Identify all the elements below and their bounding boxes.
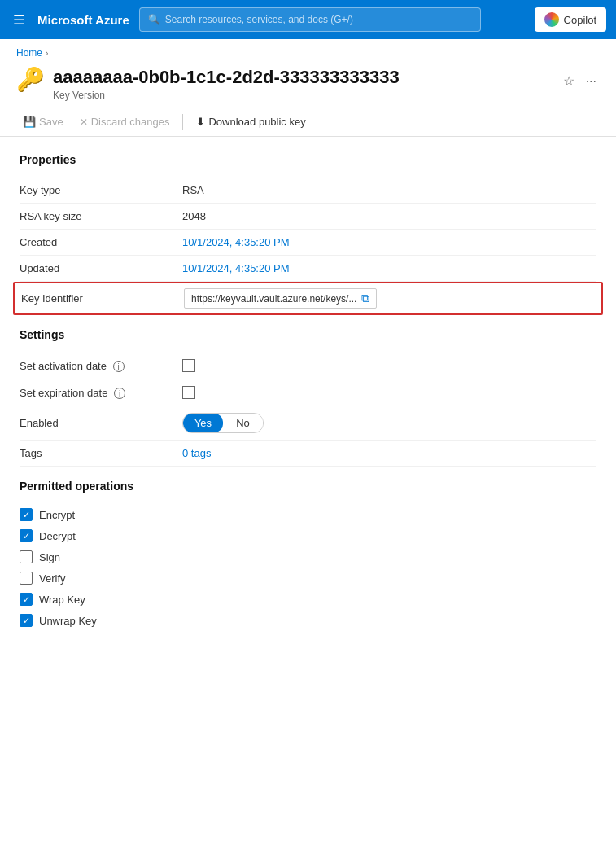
sign-checkbox[interactable]: [20, 550, 33, 563]
key-icon: 🔑: [16, 68, 45, 91]
operation-row-wrap-key: ✓ Wrap Key: [20, 589, 596, 610]
enabled-toggle[interactable]: Yes No: [182, 413, 264, 433]
updated-label: Updated: [20, 262, 182, 274]
prop-row-tags: Tags 0 tags: [20, 441, 596, 467]
operation-row-encrypt: ✓ Encrypt: [20, 504, 596, 525]
operation-row-decrypt: ✓ Decrypt: [20, 525, 596, 546]
copilot-icon: [544, 12, 559, 27]
top-nav: ☰ Microsoft Azure 🔍 Copilot: [0, 0, 616, 39]
azure-title: Microsoft Azure: [37, 13, 129, 27]
main-content: Properties Key type RSA RSA key size 204…: [0, 137, 616, 647]
more-icon: ···: [586, 74, 596, 88]
encrypt-label: Encrypt: [39, 509, 75, 521]
prop-row-key-type: Key type RSA: [20, 178, 596, 204]
enabled-no-option[interactable]: No: [223, 414, 263, 432]
key-type-label: Key type: [20, 184, 182, 196]
activation-date-label: Set activation date i: [20, 360, 182, 373]
tags-value[interactable]: 0 tags: [182, 447, 211, 459]
copy-icon[interactable]: ⧉: [361, 292, 369, 305]
encrypt-checkbox[interactable]: ✓: [20, 508, 33, 521]
expiration-date-info-icon[interactable]: i: [114, 388, 125, 399]
save-icon: 💾: [23, 116, 36, 128]
rsa-key-size-label: RSA key size: [20, 210, 182, 222]
prop-row-updated: Updated 10/1/2024, 4:35:20 PM: [20, 256, 596, 282]
wrap-key-checkbox[interactable]: ✓: [20, 593, 33, 606]
expiration-date-checkbox-wrapper: [182, 386, 195, 399]
prop-row-key-identifier: Key Identifier https://keyvault.vault.az…: [13, 282, 603, 315]
toolbar: 💾 Save ✕ Discard changes ⬇ Download publ…: [0, 107, 616, 137]
breadcrumb: Home ›: [0, 39, 616, 64]
copilot-button[interactable]: Copilot: [535, 7, 606, 32]
unwrap-key-checkbox[interactable]: ✓: [20, 614, 33, 627]
operations-section: Permitted operations ✓ Encrypt ✓ Decrypt…: [20, 480, 596, 631]
expiration-date-label: Set expiration date i: [20, 387, 182, 400]
properties-title: Properties: [20, 153, 596, 166]
key-identifier-field: https://keyvault.vault.azure.net/keys/..…: [184, 288, 377, 309]
tags-label: Tags: [20, 447, 182, 459]
discard-icon: ✕: [80, 116, 88, 128]
discard-label: Discard changes: [91, 116, 170, 128]
decrypt-checkbox[interactable]: ✓: [20, 529, 33, 542]
search-input[interactable]: [165, 14, 472, 25]
prop-row-enabled: Enabled Yes No: [20, 406, 596, 441]
verify-label: Verify: [39, 572, 66, 585]
operation-row-unwrap-key: ✓ Unwrap Key: [20, 610, 596, 631]
save-button[interactable]: 💾 Save: [16, 112, 70, 131]
pin-button[interactable]: ☆: [560, 72, 578, 90]
sign-label: Sign: [39, 551, 60, 563]
operation-row-verify: Verify: [20, 568, 596, 589]
operations-title: Permitted operations: [20, 480, 596, 493]
breadcrumb-sep: ›: [46, 49, 48, 58]
enabled-label: Enabled: [20, 417, 182, 429]
activation-date-checkbox-wrapper: [182, 359, 195, 372]
created-value: 10/1/2024, 4:35:20 PM: [182, 236, 290, 248]
home-link[interactable]: Home: [16, 47, 42, 59]
properties-section: Properties Key type RSA RSA key size 204…: [20, 153, 596, 315]
enabled-yes-option[interactable]: Yes: [183, 414, 223, 432]
operation-row-sign: Sign: [20, 546, 596, 568]
wrap-key-label: Wrap Key: [39, 594, 85, 606]
search-icon: 🔍: [148, 14, 160, 25]
activation-date-checkbox[interactable]: [182, 359, 195, 372]
copilot-label: Copilot: [564, 14, 596, 26]
decrypt-label: Decrypt: [39, 530, 76, 542]
download-label: Download public key: [208, 116, 305, 128]
save-label: Save: [39, 116, 63, 128]
rsa-key-size-value: 2048: [182, 210, 206, 222]
prop-row-rsa-key-size: RSA key size 2048: [20, 204, 596, 230]
settings-section: Settings Set activation date i Set expir…: [20, 328, 596, 467]
key-identifier-label: Key Identifier: [21, 292, 184, 305]
download-public-key-button[interactable]: ⬇ Download public key: [190, 112, 312, 131]
updated-value: 10/1/2024, 4:35:20 PM: [182, 262, 290, 274]
unwrap-key-label: Unwrap Key: [39, 615, 97, 627]
activation-date-info-icon[interactable]: i: [113, 361, 125, 372]
hamburger-icon[interactable]: ☰: [10, 9, 28, 31]
prop-row-activation-date: Set activation date i: [20, 353, 596, 379]
pin-icon: ☆: [563, 74, 574, 88]
page-subtitle: Key Version: [53, 90, 552, 101]
more-button[interactable]: ···: [583, 72, 600, 90]
settings-title: Settings: [20, 328, 596, 341]
key-type-value: RSA: [182, 184, 204, 196]
prop-row-expiration-date: Set expiration date i: [20, 379, 596, 406]
toolbar-separator: [182, 114, 183, 130]
page-header: 🔑 aaaaaaaa-0b0b-1c1c-2d2d-333333333333 K…: [0, 64, 616, 107]
expiration-date-checkbox[interactable]: [182, 386, 195, 399]
search-bar[interactable]: 🔍: [139, 7, 481, 32]
header-title-block: aaaaaaaa-0b0b-1c1c-2d2d-333333333333 Key…: [53, 67, 552, 101]
download-icon: ⬇: [196, 116, 205, 128]
key-identifier-value: https://keyvault.vault.azure.net/keys/..…: [191, 293, 356, 305]
header-actions: ☆ ···: [560, 72, 600, 90]
verify-checkbox[interactable]: [20, 572, 33, 585]
prop-row-created: Created 10/1/2024, 4:35:20 PM: [20, 230, 596, 256]
created-label: Created: [20, 236, 182, 248]
discard-button[interactable]: ✕ Discard changes: [73, 112, 177, 131]
page-title: aaaaaaaa-0b0b-1c1c-2d2d-333333333333: [53, 67, 552, 88]
